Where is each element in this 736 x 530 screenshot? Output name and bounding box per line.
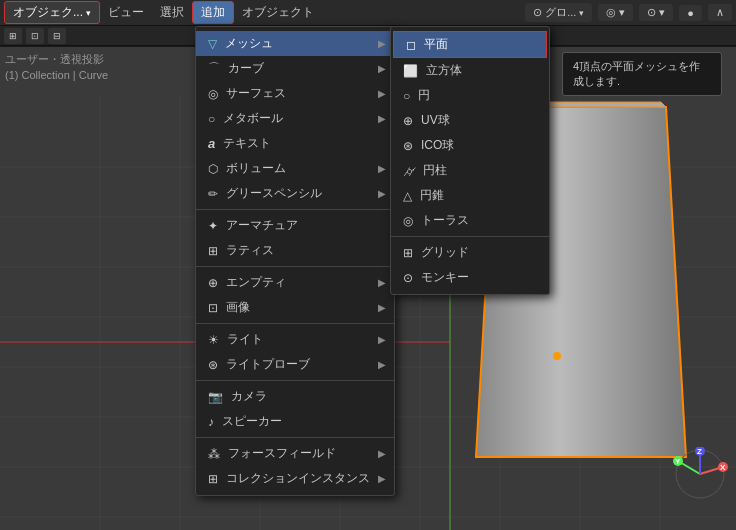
chevron-icon: ▾ [86,8,91,18]
shading-icon: ⊙ [533,6,542,19]
svg-text:Y: Y [675,457,681,466]
overlay-icon: ◎ [606,6,616,19]
force-arrow: ▶ [378,448,386,459]
xray-btn[interactable]: ⊙ ▾ [639,4,673,21]
empty-arrow: ▶ [378,277,386,288]
torus-icon: ◎ [403,214,413,228]
speaker-icon: ♪ [208,415,214,429]
add-menu-item[interactable]: 追加 [192,1,234,24]
mesh-icosphere[interactable]: ⊛ ICO球 [391,133,549,158]
metaball-arrow: ▶ [378,113,386,124]
toolbar-icon-2[interactable]: ⊡ [26,28,44,44]
top-menubar: オブジェク... ▾ ビュー 選択 追加 オブジェクト ⊙ グロ... ▾ ◎ … [0,0,736,26]
surface-arrow: ▶ [378,88,386,99]
lattice-icon: ⊞ [208,244,218,258]
icosphere-icon: ⊛ [403,139,413,153]
mesh-grid[interactable]: ⊞ グリッド [391,240,549,265]
svg-text:Z: Z [697,447,702,456]
svg-text:X: X [720,463,726,472]
add-menu-mesh[interactable]: ▽ メッシュ ▶ [196,31,394,56]
mesh-cylinder[interactable]: ⌭ 円柱 [391,158,549,183]
curve-icon: ⌒ [208,60,220,77]
collection-icon: ⊞ [208,472,218,486]
light-arrow: ▶ [378,334,386,345]
mesh-torus[interactable]: ◎ トーラス [391,208,549,233]
add-menu-force[interactable]: ⁂ フォースフィールド ▶ [196,441,394,466]
add-menu-lattice[interactable]: ⊞ ラティス [196,238,394,263]
force-icon: ⁂ [208,447,220,461]
grease-arrow: ▶ [378,188,386,199]
add-dropdown-menu: ▽ メッシュ ▶ ⌒ カーブ ▶ ◎ サーフェス ▶ ○ メタボール ▶ a テ… [195,26,395,496]
plane-icon: ◻ [406,38,416,52]
grid-icon: ⊞ [403,246,413,260]
separator-3 [196,323,394,324]
image-icon: ⊡ [208,301,218,315]
text-icon: a [208,136,215,151]
add-menu-curve[interactable]: ⌒ カーブ ▶ [196,56,394,81]
separator-2 [196,266,394,267]
add-menu-grease[interactable]: ✏ グリースペンシル ▶ [196,181,394,206]
lightprobe-arrow: ▶ [378,359,386,370]
add-menu-volume[interactable]: ⬡ ボリューム ▶ [196,156,394,181]
select-menu-item[interactable]: 選択 [152,2,192,23]
solid-icon: ● [687,7,694,19]
mesh-separator [391,236,549,237]
render-mode-wire[interactable]: ∧ [708,4,732,21]
add-menu-text[interactable]: a テキスト [196,131,394,156]
lightprobe-icon: ⊛ [208,358,218,372]
cone-icon: △ [403,189,412,203]
add-menu-metaball[interactable]: ○ メタボール ▶ [196,106,394,131]
mesh-uvsphere[interactable]: ⊕ UV球 [391,108,549,133]
mesh-submenu: ◻ 平面 ⬜ 立方体 ○ 円 ⊕ UV球 ⊛ ICO球 ⌭ 円柱 △ 円錐 ◎ … [390,26,550,295]
object-mode-button[interactable]: オブジェク... ▾ [4,1,100,24]
object-submenu-item[interactable]: オブジェクト [234,2,322,23]
add-menu-light[interactable]: ☀ ライト ▶ [196,327,394,352]
mesh-icon: ▽ [208,37,217,51]
separator-1 [196,209,394,210]
global-shading-btn[interactable]: ⊙ グロ... ▾ [525,3,592,22]
cylinder-icon: ⌭ [403,164,415,178]
separator-5 [196,437,394,438]
add-menu-image[interactable]: ⊡ 画像 ▶ [196,295,394,320]
add-menu-camera[interactable]: 📷 カメラ [196,384,394,409]
viewport-collection: (1) Collection | Curve [5,69,108,81]
viewport-projection: ユーザー・透視投影 [5,52,108,67]
curve-arrow: ▶ [378,63,386,74]
viewport-label: ユーザー・透視投影 (1) Collection | Curve [5,52,108,81]
wire-icon: ∧ [716,6,724,19]
add-menu-empty[interactable]: ⊕ エンプティ ▶ [196,270,394,295]
mesh-arrow: ▶ [378,38,386,49]
overlay-btn[interactable]: ◎ ▾ [598,4,633,21]
collection-arrow: ▶ [378,473,386,484]
nav-gizmo[interactable]: X Y Z [673,447,728,502]
object-mode-label: オブジェク... [13,4,83,21]
add-menu-armature[interactable]: ✦ アーマチュア [196,213,394,238]
mesh-plane[interactable]: ◻ 平面 [393,31,547,58]
mesh-monkey[interactable]: ⊙ モンキー [391,265,549,290]
volume-icon: ⬡ [208,162,218,176]
camera-icon: 📷 [208,390,223,404]
add-menu-speaker[interactable]: ♪ スピーカー [196,409,394,434]
light-icon: ☀ [208,333,219,347]
uvsphere-icon: ⊕ [403,114,413,128]
mesh-circle[interactable]: ○ 円 [391,83,549,108]
shading-chevron: ▾ [579,8,584,18]
metaball-icon: ○ [208,112,215,126]
grease-icon: ✏ [208,187,218,201]
add-menu-collection[interactable]: ⊞ コレクションインスタンス ▶ [196,466,394,491]
monkey-icon: ⊙ [403,271,413,285]
mesh-cone[interactable]: △ 円錐 [391,183,549,208]
separator-4 [196,380,394,381]
view-menu-item[interactable]: ビュー [100,2,152,23]
top-right-controls: ⊙ グロ... ▾ ◎ ▾ ⊙ ▾ ● ∧ [525,3,732,22]
add-menu-lightprobe[interactable]: ⊛ ライトプローブ ▶ [196,352,394,377]
toolbar-icon-1[interactable]: ⊞ [4,28,22,44]
toolbar-icon-3[interactable]: ⊟ [48,28,66,44]
volume-arrow: ▶ [378,163,386,174]
add-menu-surface[interactable]: ◎ サーフェス ▶ [196,81,394,106]
render-mode-solid[interactable]: ● [679,5,702,21]
armature-icon: ✦ [208,219,218,233]
surface-icon: ◎ [208,87,218,101]
mesh-cube[interactable]: ⬜ 立方体 [391,58,549,83]
xray-icon: ⊙ [647,6,656,19]
